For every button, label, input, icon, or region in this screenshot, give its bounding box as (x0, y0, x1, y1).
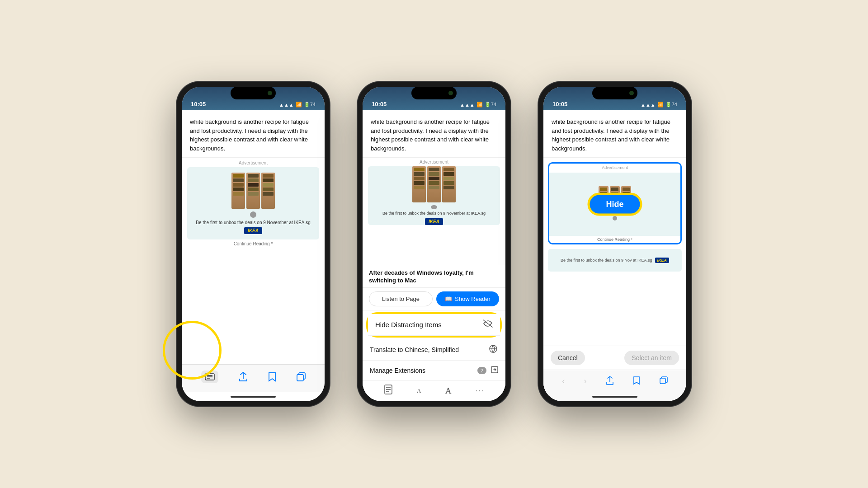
ad-label-2: Advertisement (368, 160, 500, 164)
book-2-13 (443, 177, 454, 180)
book-7 (248, 178, 259, 182)
reader-button-2[interactable]: 📖 Show Reader (436, 291, 499, 306)
article-text-1: white background is another recipe for f… (182, 110, 325, 158)
cancel-select-row-3: Cancel Select an item (543, 346, 686, 370)
action-buttons-row-2: Listen to Page 📖 Show Reader (363, 288, 505, 310)
book-2-7 (429, 172, 439, 176)
book-8 (248, 183, 259, 187)
home-bar-3 (592, 396, 637, 398)
article-preview-2: After decades of Windows loyalty, I'm sw… (363, 265, 505, 288)
dynamic-island-2 (411, 87, 457, 99)
status-time-1: 10:05 (191, 101, 206, 108)
book-5 (233, 192, 244, 196)
svg-rect-11 (660, 378, 665, 384)
book-6 (248, 174, 259, 178)
ad-circle-3 (613, 216, 617, 221)
hide-button-3[interactable]: Hide (587, 193, 642, 216)
phone-3: 10:05 ▲▲▲ 📶 🔋74 white background is anot… (538, 81, 692, 407)
share-icon-3[interactable] (606, 376, 614, 387)
reader-nav-icon-1[interactable] (201, 371, 218, 383)
phone-3-inner: 10:05 ▲▲▲ 📶 🔋74 white background is anot… (543, 87, 686, 401)
book-12 (263, 178, 274, 182)
book-2-14 (443, 181, 454, 185)
font-small-icon-2[interactable]: A (417, 387, 421, 394)
back-arrow-3[interactable]: ‹ (562, 376, 565, 386)
hide-distracting-highlight-2: Hide Distracting Items (366, 312, 502, 338)
book-11 (263, 174, 274, 178)
ikea-small-3: IKEA (655, 258, 670, 263)
book-2-6 (429, 168, 439, 171)
translate-row-2[interactable]: Translate to Chinese, Simplified (363, 339, 505, 361)
book-13 (263, 183, 274, 187)
book-2-8 (429, 177, 439, 180)
continue-reading-3: Continue Reading * (549, 236, 680, 243)
signal-icon-2: ▲▲▲ (460, 102, 475, 108)
book-2-9 (429, 181, 439, 185)
cancel-button-3[interactable]: Cancel (551, 351, 585, 365)
ad-section-1: Advertisement (182, 158, 325, 251)
page-toolbar-icon-2[interactable] (384, 385, 393, 397)
tabs-nav-icon-1[interactable] (297, 372, 306, 381)
font-large-icon-2[interactable]: A (445, 386, 452, 396)
shelf-col-2-2 (427, 166, 441, 202)
arrow-right-icon-2 (491, 366, 498, 375)
camera-dot-1 (268, 91, 272, 95)
wifi-icon-3: 📶 (657, 102, 664, 108)
listen-button-2[interactable]: Listen to Page (369, 291, 433, 306)
shelf-col-2 (246, 173, 260, 209)
dynamic-island-3 (592, 87, 637, 99)
forward-arrow-3[interactable]: › (584, 376, 587, 386)
shelf-col-2-3 (442, 166, 456, 202)
extensions-row-2[interactable]: Manage Extensions 2 (363, 361, 505, 381)
shelf-col-3 (261, 173, 275, 209)
phone-2-inner: 10:05 ▲▲▲ 📶 🔋74 white background is anot… (363, 87, 505, 401)
phones-container: 10:05 ▲▲▲ 📶 🔋74 white background is anot… (0, 72, 868, 416)
book-3-5 (611, 188, 618, 191)
ad-box-3: Hide (549, 173, 680, 236)
wifi-icon-1: 📶 (296, 102, 302, 108)
phone-1: 10:05 ▲▲▲ 📶 🔋74 white background is anot… (176, 81, 330, 407)
small-ad-strip-3: Be the first to unbox the deals on 9 Nov… (548, 249, 682, 272)
camera-dot-3 (629, 91, 634, 95)
book-2-4 (414, 181, 425, 185)
status-icons-1: ▲▲▲ 📶 🔋74 (279, 102, 316, 108)
translate-text-2: Translate to Chinese, Simplified (370, 346, 459, 353)
book-4 (233, 188, 244, 191)
ad-section-2: Advertisement (363, 158, 505, 227)
book-3-9 (623, 188, 630, 191)
bottom-toolbar-2: A A ··· (363, 381, 505, 401)
shelf-col-2-1 (412, 166, 426, 202)
extensions-badge-2: 2 (477, 367, 486, 374)
ad-box-2: Be the first to unbox the deals on 9 Nov… (368, 166, 500, 225)
bottom-nav-3: ‹ › (543, 370, 686, 392)
camera-dot-2 (448, 91, 453, 95)
battery-icon-3: 🔋74 (665, 102, 677, 108)
ad-label-3: Advertisement (549, 164, 680, 171)
ad-tagline-2: Be the first to unbox the deals on 9 Nov… (378, 211, 490, 216)
tabs-icon-3[interactable] (660, 376, 668, 386)
phone-1-inner: 10:05 ▲▲▲ 📶 🔋74 white background is anot… (182, 87, 325, 401)
article-text-2: white background is another recipe for f… (363, 110, 505, 158)
ad-box-1: Be the first to unbox the deals on 9 Nov… (187, 167, 319, 239)
ad-label-1: Advertisement (187, 160, 319, 165)
bookmarks-nav-icon-1[interactable] (268, 372, 276, 382)
extensions-text-2: Manage Extensions (370, 367, 425, 374)
more-toolbar-icon-2[interactable]: ··· (476, 387, 484, 395)
book-2-3 (414, 177, 425, 180)
ad-tagline-1: Be the first to unbox the deals on 9 Nov… (191, 220, 315, 225)
extensions-right-2: 2 (477, 366, 498, 375)
bottom-sheet-3: Cancel Select an item ‹ › (543, 346, 686, 401)
phone-2: 10:05 ▲▲▲ 📶 🔋74 white background is anot… (357, 81, 511, 407)
ikea-badge-2: IKEA (425, 218, 443, 225)
hide-distracting-row-2[interactable]: Hide Distracting Items (368, 314, 500, 336)
status-time-2: 10:05 (372, 101, 387, 108)
book-3-1 (600, 188, 607, 191)
share-nav-icon-1[interactable] (239, 372, 248, 382)
battery-icon-1: 🔋74 (304, 102, 316, 108)
content-area-1[interactable]: white background is another recipe for f… (182, 110, 325, 364)
article-text-3: white background is another recipe for f… (543, 110, 686, 158)
book-10 (248, 192, 259, 196)
bottom-sheet-2: After decades of Windows loyalty, I'm sw… (363, 265, 505, 401)
bookmarks-icon-3[interactable] (633, 376, 640, 387)
book-2-1 (414, 168, 425, 171)
